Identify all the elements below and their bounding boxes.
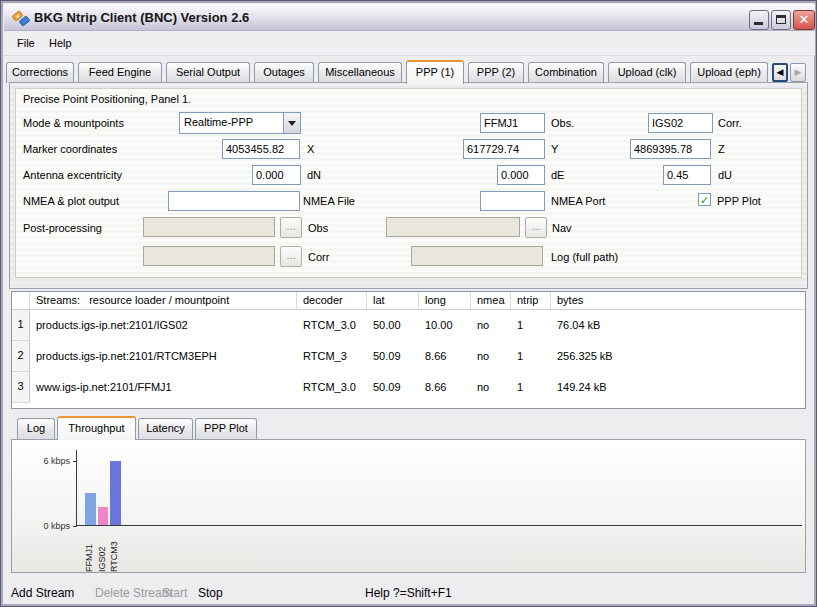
stream-cell-nmea[interactable]: no: [471, 372, 511, 403]
antenna-du-input[interactable]: [663, 165, 711, 185]
stream-cell-nmea[interactable]: no: [471, 341, 511, 372]
stream-cell-lat[interactable]: 50.09: [367, 372, 419, 403]
tab-outages[interactable]: Outages: [254, 62, 314, 83]
tab-log[interactable]: Log: [17, 418, 55, 439]
ppp-plot-label: PPP Plot: [717, 195, 761, 207]
bar-label-ffmj1: FFMJ1: [83, 530, 96, 572]
stream-cell-long[interactable]: 10.00: [419, 310, 471, 341]
nmea-port-label: NMEA Port: [551, 195, 605, 207]
start-button[interactable]: Start: [162, 586, 187, 600]
tab-scroll-right-button[interactable]: ▶: [790, 63, 806, 82]
window-title: BKG Ntrip Client (BNC) Version 2.6: [34, 10, 249, 25]
post-log-input: [411, 246, 543, 266]
stream-cell-ntrip[interactable]: 1: [511, 372, 551, 403]
mode-combobox[interactable]: Realtime-PPP: [179, 112, 301, 134]
z-label: Z: [718, 143, 725, 155]
marker-z-input[interactable]: [630, 139, 711, 159]
menu-help[interactable]: Help: [45, 37, 76, 49]
browse-obs-button[interactable]: ...: [280, 217, 302, 238]
chart-bar: [110, 461, 121, 525]
app-icon: [12, 9, 30, 27]
throughput-chart: 6 kbps 0 kbps FFMJ1 IGS02 RTCM3: [11, 439, 806, 573]
col-header-streams: Streams: resource loader / mountpoint: [30, 292, 297, 310]
stream-cell-lat[interactable]: 50.09: [367, 341, 419, 372]
chart-bar: [98, 507, 108, 525]
stream-cell-mountpoint[interactable]: www.igs-ip.net:2101/FFMJ1: [30, 372, 297, 403]
col-header-rownum: [12, 292, 30, 310]
tab-miscellaneous[interactable]: Miscellaneous: [318, 62, 402, 83]
antenna-dn-input[interactable]: [252, 165, 301, 185]
close-button[interactable]: ✕: [793, 10, 815, 30]
tab-ppp-2[interactable]: PPP (2): [468, 62, 524, 83]
stream-cell-decoder[interactable]: RTCM_3.0: [297, 372, 367, 403]
nmea-port-input[interactable]: [480, 191, 545, 211]
y-label: Y: [551, 143, 558, 155]
stream-cell-long[interactable]: 8.66: [419, 341, 471, 372]
tab-ppp-plot[interactable]: PPP Plot: [195, 418, 257, 439]
menu-bar: File Help: [4, 31, 815, 56]
tab-combination[interactable]: Combination: [528, 62, 604, 83]
maximize-button[interactable]: [771, 10, 791, 30]
tab-feed-engine[interactable]: Feed Engine: [78, 62, 162, 83]
stop-button[interactable]: Stop: [198, 586, 223, 600]
post-processing-label: Post-processing: [23, 222, 102, 234]
marker-x-input[interactable]: [222, 139, 300, 159]
help-button[interactable]: Help ?=Shift+F1: [365, 586, 452, 600]
tab-corrections[interactable]: Corrections: [6, 62, 74, 83]
marker-label: Marker coordinates: [23, 143, 117, 155]
left-arrow-icon: ◀: [777, 67, 784, 77]
tab-throughput[interactable]: Throughput: [57, 416, 136, 440]
stream-cell-bytes[interactable]: 149.24 kB: [551, 372, 805, 403]
ppp-plot-checkbox[interactable]: ✓: [698, 193, 711, 206]
stream-cell-decoder[interactable]: RTCM_3: [297, 341, 367, 372]
maximize-icon: [776, 15, 786, 24]
stream-cell-long[interactable]: 8.66: [419, 372, 471, 403]
delete-stream-button[interactable]: Delete Stream: [95, 586, 172, 600]
tab-ppp-1[interactable]: PPP (1): [406, 60, 464, 84]
tab-scroll-left-button[interactable]: ◀: [772, 63, 788, 82]
stream-cell-ntrip[interactable]: 1: [511, 341, 551, 372]
post-nav-input: [386, 217, 520, 237]
add-stream-button[interactable]: Add Stream: [11, 586, 74, 600]
stream-cell-bytes[interactable]: 76.04 kB: [551, 310, 805, 341]
chevron-down-icon: [288, 121, 296, 126]
obs-mountpoint-input[interactable]: [480, 113, 545, 133]
stream-cell-mountpoint[interactable]: products.igs-ip.net:2101/RTCM3EPH: [30, 341, 297, 372]
post-nav-label: Nav: [552, 222, 572, 234]
title-bar[interactable]: BKG Ntrip Client (BNC) Version 2.6 ✕: [4, 4, 815, 31]
chart-axes: [76, 450, 802, 526]
tab-upload-clk[interactable]: Upload (clk): [608, 62, 686, 83]
marker-y-input[interactable]: [463, 139, 545, 159]
browse-corr-button[interactable]: ...: [280, 246, 302, 267]
obs-label: Obs.: [551, 117, 574, 129]
corr-label: Corr.: [718, 117, 742, 129]
corr-mountpoint-input[interactable]: [648, 113, 713, 133]
tab-serial-output[interactable]: Serial Output: [166, 62, 250, 83]
col-header-bytes: bytes: [551, 292, 805, 310]
col-header-nmea: nmea: [471, 292, 511, 310]
nmea-label: NMEA & plot output: [23, 195, 119, 207]
post-corr-input: [143, 246, 275, 266]
menu-file[interactable]: File: [13, 37, 39, 49]
row-number: 1: [12, 310, 30, 341]
tab-latency[interactable]: Latency: [138, 418, 193, 439]
browse-nav-button[interactable]: ...: [525, 217, 547, 238]
post-obs-label: Obs: [308, 222, 328, 234]
minimize-icon: [754, 22, 763, 25]
tab-upload-eph[interactable]: Upload (eph): [690, 62, 768, 83]
stream-cell-mountpoint[interactable]: products.igs-ip.net:2101/IGS02: [30, 310, 297, 341]
right-arrow-icon: ▶: [795, 67, 802, 77]
mode-label: Mode & mountpoints: [23, 117, 124, 129]
stream-cell-nmea[interactable]: no: [471, 310, 511, 341]
nmea-file-input[interactable]: [168, 191, 300, 211]
minimize-button[interactable]: [749, 10, 769, 30]
stream-cell-ntrip[interactable]: 1: [511, 310, 551, 341]
stream-cell-bytes[interactable]: 256.325 kB: [551, 341, 805, 372]
post-obs-input: [143, 217, 275, 237]
antenna-de-input[interactable]: [497, 165, 545, 185]
ytick-0kbps: 0 kbps: [16, 521, 70, 531]
dn-label: dN: [307, 169, 321, 181]
stream-cell-lat[interactable]: 50.00: [367, 310, 419, 341]
combobox-dropdown-button[interactable]: [283, 113, 300, 133]
stream-cell-decoder[interactable]: RTCM_3.0: [297, 310, 367, 341]
